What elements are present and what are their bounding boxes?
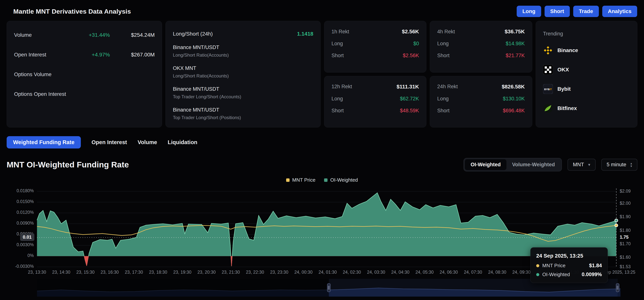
rekt-card-4h[interactable]: 4h Rekt$36.75K Long$14.98K Short$21.77K — [430, 21, 532, 73]
chevron-down-icon: ▾ — [588, 162, 590, 167]
tooltip-row-oi-weighted: OI-Weighted 0.0099% — [536, 272, 602, 278]
list-item-binance-top-trader-accounts[interactable]: Binance MNT/USDT Top Trader Long/Short (… — [173, 86, 313, 99]
navigator-left-handle[interactable] — [327, 283, 330, 292]
trending-item-bybit[interactable]: BYBIT Bybit — [543, 84, 630, 94]
metric-change: +31.44% — [89, 32, 110, 38]
symbol-select[interactable]: MNT ▾ — [568, 159, 596, 171]
chart-tooltip: 24 Sep 2025, 13:25 MNT Price $1.84 OI-We… — [530, 247, 608, 283]
oi-weighted-swatch — [324, 178, 328, 182]
volume-weighted-toggle[interactable]: Volume-Weighted — [506, 159, 561, 170]
long-button[interactable]: Long — [517, 6, 541, 17]
metric-row-open-interest[interactable]: Open Interest +4.97% $267.00M — [14, 51, 155, 59]
metric-row-options-open-interest[interactable]: Options Open Interest — [14, 90, 155, 98]
left-axis-tick: 0% — [0, 253, 34, 258]
mnt-price-dot-icon — [536, 264, 539, 267]
long-short-24h-row[interactable]: Long/Short (24h) 1.1418 — [173, 31, 313, 37]
rekt-card-1h[interactable]: 1h Rekt$2.56K Long$0 Short$2.56K — [324, 21, 426, 73]
tab-liquidation[interactable]: Liquidation — [168, 139, 197, 146]
reference-value-badge: 0.01 — [20, 233, 34, 241]
liquidation-rekt-grid: 1h Rekt$2.56K Long$0 Short$2.56K 4h Rekt… — [324, 21, 532, 128]
list-item-okx-ls-accounts[interactable]: OKX MNT Long/Short Ratio(Accounts) — [173, 65, 313, 79]
left-axis-tick: 0.0120% — [0, 210, 34, 215]
right-axis-tick: $1.53 — [620, 264, 631, 269]
weight-toggle: OI-Weighted Volume-Weighted — [464, 158, 562, 171]
chart-controls: OI-Weighted Volume-Weighted MNT ▾ 5 minu… — [464, 158, 637, 171]
metric-row-volume[interactable]: Volume +31.44% $254.24M — [14, 31, 155, 39]
oi-weighted-toggle[interactable]: OI-Weighted — [465, 159, 506, 170]
tab-weighted-funding-rate[interactable]: Weighted Funding Rate — [7, 136, 81, 149]
binance-icon — [543, 45, 553, 55]
trade-button[interactable]: Trade — [573, 6, 599, 17]
section-title: MNT OI-Weighted Funding Rate — [7, 160, 129, 169]
legend-oi-weighted[interactable]: OI-Weighted — [324, 177, 358, 183]
right-axis-tick: $2.00 — [620, 201, 631, 206]
up-down-arrows-icon: ▴▾ — [630, 162, 632, 168]
left-axis-tick: 0.0180% — [0, 188, 34, 193]
trending-card: Trending Binance OKX BYB — [536, 21, 637, 128]
tooltip-row-price: MNT Price $1.84 — [536, 263, 602, 269]
bitfinex-icon — [543, 103, 553, 113]
chart-area: 0.01 24 Sep 2025, 13:25 MNT Price $1.84 … — [0, 186, 644, 300]
rekt-card-24h[interactable]: 24h Rekt$826.58K Long$130.10K Short$696.… — [430, 76, 532, 128]
rekt-card-12h[interactable]: 12h Rekt$111.31K Long$62.72K Short$48.59… — [324, 76, 426, 128]
metric-row-options-volume[interactable]: Options Volume — [14, 70, 155, 79]
okx-icon — [543, 65, 553, 75]
left-axis-tick: 0.0150% — [0, 199, 34, 204]
trending-item-binance[interactable]: Binance — [543, 45, 630, 55]
navigator-unselected-region — [37, 279, 329, 297]
page-title: Mantle MNT Derivatives Data Analysis — [13, 8, 131, 15]
right-axis-tick: $1.90 — [620, 214, 631, 219]
svg-text:BYBIT: BYBIT — [544, 88, 552, 91]
bybit-icon: BYBIT — [543, 84, 553, 94]
list-item-binance-ls-accounts[interactable]: Binance MNT/USDT Long/Short Ratio(Accoun… — [173, 44, 313, 58]
long-short-card: Long/Short (24h) 1.1418 Binance MNT/USDT… — [166, 21, 321, 128]
interval-select[interactable]: 5 minute ▴▾ — [601, 159, 637, 171]
header: Mantle MNT Derivatives Data Analysis Lon… — [0, 0, 644, 21]
right-axis-tick: $1.80 — [620, 228, 631, 233]
long-short-ratio-value: 1.1418 — [297, 31, 313, 37]
right-axis-tick: $1.70 — [620, 241, 631, 246]
header-actions: Long Short Trade Analytics — [517, 6, 637, 17]
metric-value: $254.24M — [117, 32, 155, 38]
metric-value: $267.00M — [117, 52, 155, 58]
list-item-binance-top-trader-positions[interactable]: Binance MNT/USDT Top Trader Long/Short (… — [173, 107, 313, 120]
short-button[interactable]: Short — [544, 6, 570, 17]
trending-item-okx[interactable]: OKX — [543, 65, 630, 75]
left-axis-tick: 0.0090% — [0, 221, 34, 226]
current-price-tick: 1.75 — [620, 234, 629, 240]
tab-open-interest[interactable]: Open Interest — [92, 139, 127, 146]
metric-change: +4.97% — [92, 52, 110, 58]
legend-mnt-price[interactable]: MNT Price — [286, 177, 315, 183]
chart-tabs: Weighted Funding Rate Open Interest Volu… — [0, 128, 644, 149]
mnt-price-swatch — [286, 178, 290, 182]
trending-item-bitfinex[interactable]: Bitfinex — [543, 103, 630, 113]
overview-cards: Volume +31.44% $254.24M Open Interest +4… — [0, 21, 644, 128]
analytics-button[interactable]: Analytics — [602, 6, 637, 17]
chart-legend: MNT Price OI-Weighted — [0, 177, 644, 183]
funding-rate-chart[interactable] — [37, 188, 616, 268]
oi-weighted-dot-icon — [536, 273, 539, 276]
right-axis-tick: $2.09 — [620, 189, 631, 194]
section-header: MNT OI-Weighted Funding Rate OI-Weighted… — [0, 149, 644, 171]
right-axis-tick: $1.60 — [620, 255, 631, 260]
navigator-right-handle[interactable] — [616, 283, 619, 292]
left-axis-tick: 0.0030% — [0, 242, 34, 247]
market-metrics-card: Volume +31.44% $254.24M Open Interest +4… — [7, 21, 162, 128]
tab-volume[interactable]: Volume — [138, 139, 157, 146]
left-axis-tick: -0.0030% — [0, 264, 34, 269]
tooltip-timestamp: 24 Sep 2025, 13:25 — [536, 253, 602, 259]
trending-title: Trending — [543, 31, 630, 37]
derivatives-dashboard: Mantle MNT Derivatives Data Analysis Lon… — [0, 0, 644, 300]
